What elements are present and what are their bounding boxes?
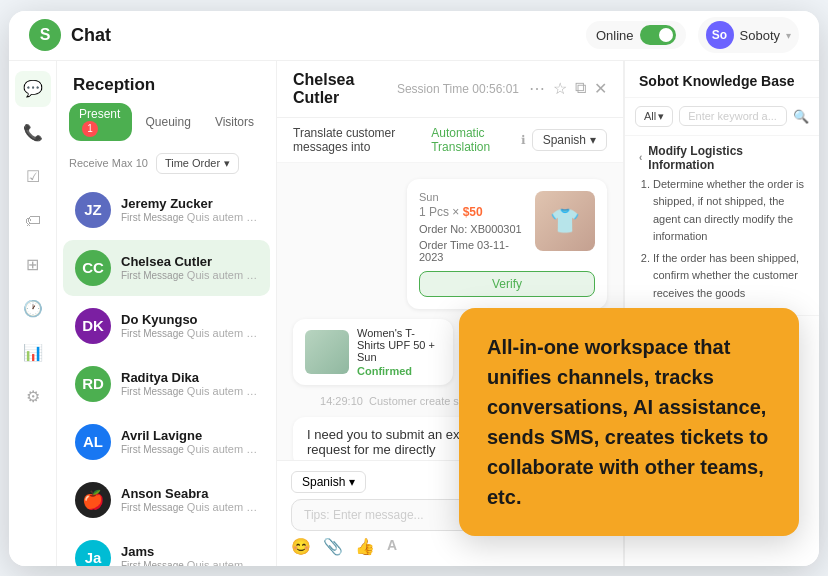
tab-visitors[interactable]: Visitors xyxy=(205,111,264,133)
avatar: 🍎 xyxy=(75,482,111,518)
sidebar-item-tag[interactable]: 🏷 xyxy=(15,203,51,239)
chat-preview: First Message Quis autem vel eum lu... xyxy=(121,385,258,397)
kb-filter-select[interactable]: All ▾ xyxy=(635,106,673,127)
avatar: JZ xyxy=(75,192,111,228)
filter-label: Receive Max 10 xyxy=(69,157,148,169)
kb-section-title: ‹ Modify Logistics Information xyxy=(625,136,819,176)
contact-name: Anson Seabra xyxy=(121,486,258,501)
confirmed-message: Women's T-Shirts UPF 50 + Sun Confirmed xyxy=(293,319,453,385)
app-title: Chat xyxy=(71,25,111,46)
app-logo: S xyxy=(29,19,61,51)
kb-search-input[interactable]: Enter keyword a... xyxy=(679,106,787,126)
sidebar-item-phone[interactable]: 📞 xyxy=(15,115,51,151)
confirmed-title: Women's T-Shirts UPF 50 + Sun xyxy=(357,327,441,363)
app-header: S Chat Online So Soboty ▾ xyxy=(9,11,819,61)
kb-search-row: All ▾ Enter keyword a... 🔍 xyxy=(625,98,819,136)
kb-content: Determine whether the order is shipped, … xyxy=(625,176,819,315)
attachment-icon[interactable]: 📎 xyxy=(323,537,343,556)
thumbs-up-icon[interactable]: 👍 xyxy=(355,537,375,556)
panel-title: Reception xyxy=(57,61,276,103)
list-item[interactable]: DK Do Kyungso First Message Quis autem v… xyxy=(63,298,270,354)
confirmed-status: Confirmed xyxy=(357,365,441,377)
header-right: Online So Soboty ▾ xyxy=(586,17,799,53)
tooltip-text: All-in-one workspace that unifies channe… xyxy=(487,336,768,508)
chevron-down-icon: ▾ xyxy=(658,110,664,123)
filter-row: Receive Max 10 Time Order ▾ xyxy=(57,149,276,182)
sidebar-item-chart[interactable]: 📊 xyxy=(15,335,51,371)
chat-list-panel: Reception Present 1 Queuing Visitors Rec… xyxy=(57,61,277,566)
chat-header-actions: ⋯ ☆ ⧉ ✕ xyxy=(529,79,607,98)
close-icon[interactable]: ✕ xyxy=(594,79,607,98)
chat-header: Chelsea Cutler Session Time 00:56:01 ⋯ ☆… xyxy=(277,61,623,118)
chat-preview: First Message Quis autem vel eum lu... xyxy=(121,211,258,223)
sidebar-item-chat[interactable]: 💬 xyxy=(15,71,51,107)
tooltip-overlay: All-in-one workspace that unifies channe… xyxy=(459,308,799,536)
verify-button[interactable]: Verify xyxy=(419,271,595,297)
info-icon: ℹ xyxy=(521,133,526,147)
chat-preview: First Message Quis autem vel eum lu... xyxy=(121,501,258,513)
kb-item: If the order has been shipped, confirm w… xyxy=(653,250,805,303)
list-item[interactable]: RD Raditya Dika First Message Quis autem… xyxy=(63,356,270,412)
online-label: Online xyxy=(596,28,634,43)
auto-translation-label[interactable]: Automatic Translation xyxy=(431,126,514,154)
session-time: Session Time 00:56:01 xyxy=(397,82,519,96)
present-badge: 1 xyxy=(82,121,98,137)
tabs-row: Present 1 Queuing Visitors xyxy=(57,103,276,149)
sidebar-item-grid[interactable]: ⊞ xyxy=(15,247,51,283)
chevron-left-icon: ‹ xyxy=(639,152,642,163)
chat-preview: First Message Quis autem vel eum lu... xyxy=(121,327,258,339)
list-item[interactable]: 🍎 Anson Seabra First Message Quis autem … xyxy=(63,472,270,528)
chevron-down-icon: ▾ xyxy=(224,157,230,170)
more-icon[interactable]: ⋯ xyxy=(529,79,545,98)
sidebar-item-clock[interactable]: 🕐 xyxy=(15,291,51,327)
emoji-icon[interactable]: 😊 xyxy=(291,537,311,556)
contact-name: Avril Lavigne xyxy=(121,428,258,443)
chevron-down-icon: ▾ xyxy=(590,133,596,147)
chat-preview: First Message Quis autem vel eum lu... xyxy=(121,559,258,566)
chat-preview: First Message Quis autem vel eum lu... xyxy=(121,269,258,281)
online-status[interactable]: Online xyxy=(586,21,686,49)
kb-title: Sobot Knowledge Base xyxy=(625,61,819,98)
contact-name: Raditya Dika xyxy=(121,370,258,385)
avatar: So xyxy=(706,21,734,49)
text-format-icon[interactable]: A xyxy=(387,537,397,556)
star-icon[interactable]: ☆ xyxy=(553,79,567,98)
list-item[interactable]: AL Avril Lavigne First Message Quis aute… xyxy=(63,414,270,470)
header-left: S Chat xyxy=(29,19,111,51)
tab-queuing[interactable]: Queuing xyxy=(136,111,201,133)
avatar: DK xyxy=(75,308,111,344)
translate-bar: Translate customer messages into Automat… xyxy=(277,118,623,163)
user-menu[interactable]: So Soboty ▾ xyxy=(698,17,799,53)
avatar: AL xyxy=(75,424,111,460)
list-item[interactable]: Ja Jams First Message Quis autem vel eum… xyxy=(63,530,270,566)
icon-sidebar: 💬 📞 ☑ 🏷 ⊞ 🕐 📊 ⚙ xyxy=(9,61,57,566)
language-select[interactable]: Spanish ▾ xyxy=(532,129,607,151)
chevron-down-icon: ▾ xyxy=(786,30,791,41)
contact-name: Jams xyxy=(121,544,258,559)
chat-contact-name: Chelsea Cutler xyxy=(293,71,387,107)
order-select[interactable]: Time Order ▾ xyxy=(156,153,239,174)
user-name: Soboty xyxy=(740,28,780,43)
copy-icon[interactable]: ⧉ xyxy=(575,79,586,98)
tab-present[interactable]: Present 1 xyxy=(69,103,132,141)
sidebar-item-checklist[interactable]: ☑ xyxy=(15,159,51,195)
sidebar-item-settings[interactable]: ⚙ xyxy=(15,379,51,415)
avatar: CC xyxy=(75,250,111,286)
product-image: 👕 xyxy=(535,191,595,251)
avatar: RD xyxy=(75,366,111,402)
translate-label: Translate customer messages into xyxy=(293,126,425,154)
avatar: Ja xyxy=(75,540,111,566)
list-item[interactable]: JZ Jeremy Zucker First Message Quis aute… xyxy=(63,182,270,238)
kb-item: Determine whether the order is shipped, … xyxy=(653,176,805,246)
input-language-select[interactable]: Spanish ▾ xyxy=(291,471,366,493)
chevron-down-icon: ▾ xyxy=(349,475,355,489)
contact-name: Do Kyungso xyxy=(121,312,258,327)
confirmed-product-image xyxy=(305,330,349,374)
contact-name: Chelsea Cutler xyxy=(121,254,258,269)
contact-name: Jeremy Zucker xyxy=(121,196,258,211)
product-card-message: 👕 Sun 1 Pcs × $50 Order No: XB000301 Ord… xyxy=(407,179,607,309)
online-toggle[interactable] xyxy=(640,25,676,45)
list-item[interactable]: CC Chelsea Cutler First Message Quis aut… xyxy=(63,240,270,296)
input-toolbar: 😊 📎 👍 A xyxy=(291,537,609,556)
search-icon[interactable]: 🔍 xyxy=(793,109,809,124)
